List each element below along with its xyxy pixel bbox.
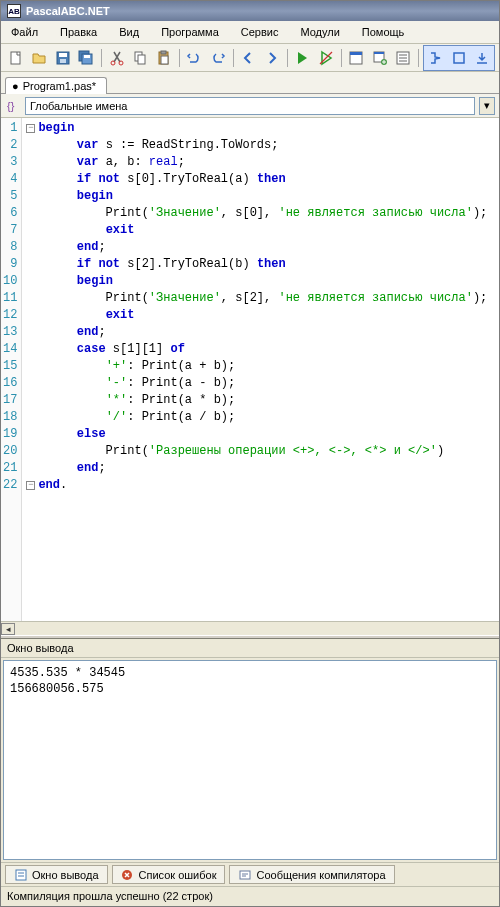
toolbar-separator bbox=[101, 49, 102, 67]
scope-bar: {} ▾ bbox=[1, 94, 499, 118]
bottom-tab-strip: Окно вывода Список ошибок Сообщения комп… bbox=[1, 862, 499, 886]
svg-text:{}: {} bbox=[7, 100, 15, 112]
redo-button[interactable] bbox=[207, 47, 229, 69]
nav-forward-button[interactable] bbox=[261, 47, 283, 69]
toolbar-active-group bbox=[423, 45, 495, 71]
svg-rect-24 bbox=[454, 53, 464, 63]
svg-rect-6 bbox=[84, 55, 90, 58]
tab-output[interactable]: Окно вывода bbox=[5, 865, 108, 884]
status-text: Компиляция прошла успешно (22 строк) bbox=[7, 890, 213, 902]
save-all-button[interactable] bbox=[76, 47, 98, 69]
svg-rect-3 bbox=[60, 59, 66, 63]
menu-view[interactable]: Вид bbox=[109, 23, 149, 41]
app-icon: AB bbox=[7, 4, 21, 18]
app-window: AB PascalABC.NET Файл Правка Вид Програм… bbox=[0, 0, 500, 907]
svg-rect-12 bbox=[161, 51, 166, 54]
code-content[interactable]: −begin var s := ReadString.ToWords; var … bbox=[22, 118, 491, 621]
new-file-button[interactable] bbox=[5, 47, 27, 69]
svg-rect-26 bbox=[16, 870, 26, 880]
cut-button[interactable] bbox=[106, 47, 128, 69]
tab-dirty-icon: ● bbox=[12, 80, 19, 92]
tab-compiler-label: Сообщения компилятора bbox=[256, 869, 385, 881]
file-tab[interactable]: ● Program1.pas* bbox=[5, 77, 107, 94]
nav-back-button[interactable] bbox=[238, 47, 260, 69]
app-title: PascalABC.NET bbox=[26, 5, 110, 17]
tab-compiler[interactable]: Сообщения компилятора bbox=[229, 865, 394, 884]
menu-edit[interactable]: Правка bbox=[50, 23, 107, 41]
step-into-button[interactable] bbox=[425, 47, 447, 69]
toolbar-separator bbox=[287, 49, 288, 67]
scope-icon: {} bbox=[5, 98, 21, 114]
titlebar: AB PascalABC.NET bbox=[1, 1, 499, 21]
svg-point-8 bbox=[119, 61, 123, 65]
undo-button[interactable] bbox=[184, 47, 206, 69]
fold-icon[interactable]: − bbox=[26, 124, 35, 133]
menu-program[interactable]: Программа bbox=[151, 23, 229, 41]
open-file-button[interactable] bbox=[29, 47, 51, 69]
save-button[interactable] bbox=[52, 47, 74, 69]
menu-modules[interactable]: Модули bbox=[290, 23, 349, 41]
fold-icon[interactable]: − bbox=[26, 481, 35, 490]
scope-input[interactable] bbox=[25, 97, 475, 115]
copy-button[interactable] bbox=[130, 47, 152, 69]
form-button[interactable] bbox=[346, 47, 368, 69]
line-gutter: 12345678910111213141516171819202122 bbox=[1, 118, 22, 621]
svg-rect-16 bbox=[350, 52, 362, 55]
status-bar: Компиляция прошла успешно (22 строк) bbox=[1, 886, 499, 906]
svg-rect-2 bbox=[59, 53, 67, 57]
output-panel-title: Окно вывода bbox=[1, 639, 499, 658]
code-editor[interactable]: 12345678910111213141516171819202122 −beg… bbox=[1, 118, 499, 621]
tab-label: Program1.pas* bbox=[23, 80, 96, 92]
svg-rect-30 bbox=[240, 871, 250, 879]
svg-rect-10 bbox=[138, 55, 145, 64]
scroll-left-icon[interactable]: ◂ bbox=[1, 623, 15, 635]
svg-rect-13 bbox=[161, 56, 168, 64]
tab-strip: ● Program1.pas* bbox=[1, 72, 499, 94]
toolbar-separator bbox=[418, 49, 419, 67]
svg-rect-0 bbox=[11, 52, 20, 64]
output-icon bbox=[14, 868, 27, 881]
svg-point-7 bbox=[111, 61, 115, 65]
compiler-icon bbox=[238, 868, 251, 881]
scope-dropdown-button[interactable]: ▾ bbox=[479, 97, 495, 115]
form-list-button[interactable] bbox=[393, 47, 415, 69]
run-no-debug-button[interactable] bbox=[315, 47, 337, 69]
menu-help[interactable]: Помощь bbox=[352, 23, 415, 41]
tab-output-label: Окно вывода bbox=[32, 869, 99, 881]
toolbar bbox=[1, 44, 499, 72]
toolbar-separator bbox=[233, 49, 234, 67]
toolbar-separator bbox=[341, 49, 342, 67]
paste-button[interactable] bbox=[153, 47, 175, 69]
new-form-button[interactable] bbox=[369, 47, 391, 69]
tab-errors-label: Список ошибок bbox=[139, 869, 217, 881]
toolbar-separator bbox=[179, 49, 180, 67]
error-icon bbox=[121, 868, 134, 881]
step-out-button[interactable] bbox=[471, 47, 493, 69]
run-button[interactable] bbox=[292, 47, 314, 69]
editor-hscrollbar[interactable]: ◂ bbox=[1, 621, 499, 635]
svg-rect-18 bbox=[374, 52, 384, 54]
menu-service[interactable]: Сервис bbox=[231, 23, 289, 41]
step-over-button[interactable] bbox=[448, 47, 470, 69]
menu-file[interactable]: Файл bbox=[1, 23, 48, 41]
output-panel[interactable]: 4535.535 * 34545 156680056.575 bbox=[3, 660, 497, 860]
tab-errors[interactable]: Список ошибок bbox=[112, 865, 226, 884]
menu-bar: Файл Правка Вид Программа Сервис Модули … bbox=[1, 21, 499, 44]
